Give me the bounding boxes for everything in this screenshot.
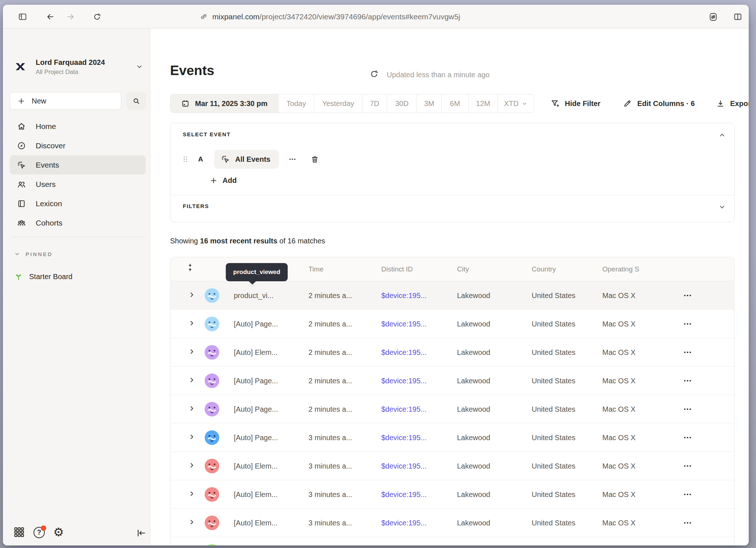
preset-yesterday[interactable]: Yesterday bbox=[314, 94, 362, 113]
pinned-section-header[interactable]: PINNED bbox=[14, 251, 53, 257]
expand-row-chevron-icon[interactable] bbox=[188, 291, 196, 299]
column-header-city[interactable]: City bbox=[457, 257, 469, 281]
more-options-icon[interactable] bbox=[288, 155, 296, 163]
table-row[interactable]: [Auto] Page... 3 minutes a... $device:19… bbox=[170, 423, 734, 452]
preset-7d[interactable]: 7D bbox=[362, 94, 387, 113]
expand-row-chevron-icon[interactable] bbox=[188, 461, 196, 469]
chevron-up-icon[interactable] bbox=[718, 131, 726, 139]
refresh-icon[interactable] bbox=[369, 69, 379, 79]
edit-columns-button[interactable]: Edit Columns · 6 bbox=[623, 94, 695, 113]
table-row[interactable]: [Auto] Page... 2 minutes a... $device:19… bbox=[170, 395, 734, 423]
cell-distinct-id-link[interactable]: $device:195... bbox=[381, 395, 427, 423]
expand-row-chevron-icon[interactable] bbox=[188, 490, 196, 498]
tooltip-text: product_viewed bbox=[233, 269, 280, 276]
cell-operating-system: Mac OS X bbox=[602, 452, 635, 480]
browser-url-bar[interactable]: mixpanel.com/project/3472420/view/397469… bbox=[200, 5, 460, 28]
collapse-sidebar-icon[interactable] bbox=[136, 528, 146, 538]
column-header-operating-system[interactable]: Operating S bbox=[602, 257, 639, 281]
drag-handle-icon[interactable] bbox=[183, 155, 188, 164]
date-range-picker[interactable]: Mar 11, 2025 3:30 pm bbox=[170, 94, 278, 113]
cell-distinct-id-link[interactable]: $device:195... bbox=[381, 367, 427, 395]
table-row[interactable]: product_vi... 2 minutes a... $device:195… bbox=[170, 281, 734, 310]
chevron-down-icon bbox=[14, 251, 20, 257]
table-row[interactable]: [Auto] Page... 2 minutes a... $device:19… bbox=[170, 367, 734, 395]
preset-6m[interactable]: 6M bbox=[441, 94, 468, 113]
sidebar-item-users[interactable]: Users bbox=[10, 175, 146, 194]
browser-forward-icon[interactable] bbox=[64, 10, 77, 23]
cell-distinct-id-link[interactable]: $device:195... bbox=[381, 423, 427, 452]
browser-page-settings-icon[interactable] bbox=[706, 10, 720, 23]
sidebar-item-cohorts[interactable]: Cohorts bbox=[10, 213, 146, 232]
column-header-time[interactable]: Time bbox=[308, 257, 324, 281]
events-table: Time Distinct ID City Country Operating … bbox=[170, 257, 735, 545]
sidebar-item-events[interactable]: Events bbox=[10, 155, 146, 175]
row-actions-icon[interactable] bbox=[683, 509, 692, 537]
cell-distinct-id-link[interactable]: $device:195... bbox=[381, 537, 427, 545]
apps-grid-icon[interactable] bbox=[13, 526, 25, 538]
pinned-section-label: PINNED bbox=[25, 251, 53, 257]
row-actions-icon[interactable] bbox=[683, 537, 692, 545]
row-actions-icon[interactable] bbox=[683, 423, 692, 452]
expand-row-chevron-icon[interactable] bbox=[188, 404, 196, 412]
cell-distinct-id-link[interactable]: $device:195... bbox=[381, 281, 427, 310]
preset-3m[interactable]: 3M bbox=[417, 94, 441, 113]
table-row[interactable]: [Auto] Elem... 3 minutes a... $device:19… bbox=[170, 480, 734, 509]
table-body: product_vi... 2 minutes a... $device:195… bbox=[170, 281, 734, 545]
table-row[interactable]: [Auto] Elem... 4 minutes a... $device:19… bbox=[170, 537, 734, 545]
preset-12m[interactable]: 12M bbox=[468, 94, 497, 113]
browser-reload-icon[interactable] bbox=[90, 10, 103, 23]
sidebar-item-discover[interactable]: Discover bbox=[10, 136, 146, 155]
expand-row-chevron-icon[interactable] bbox=[188, 518, 196, 526]
filter-funnel-icon bbox=[550, 99, 560, 108]
cell-operating-system: Mac OS X bbox=[602, 367, 635, 395]
avatar bbox=[205, 544, 219, 545]
sidebar-item-starter-board[interactable]: Starter Board bbox=[14, 272, 72, 281]
row-actions-icon[interactable] bbox=[683, 452, 692, 480]
cell-distinct-id-link[interactable]: $device:195... bbox=[381, 480, 427, 509]
row-actions-icon[interactable] bbox=[683, 480, 692, 509]
table-row[interactable]: [Auto] Elem... 2 minutes a... $device:19… bbox=[170, 338, 734, 367]
preset-today[interactable]: Today bbox=[278, 94, 314, 113]
row-actions-icon[interactable] bbox=[683, 338, 692, 367]
row-actions-icon[interactable] bbox=[683, 367, 692, 395]
row-actions-icon[interactable] bbox=[683, 281, 692, 310]
collapse-rows-icon[interactable] bbox=[186, 263, 194, 272]
expand-row-chevron-icon[interactable] bbox=[188, 348, 196, 356]
cell-event-name: [Auto] Page... bbox=[234, 367, 278, 395]
expand-row-chevron-icon[interactable] bbox=[188, 376, 196, 384]
column-header-country[interactable]: Country bbox=[532, 257, 556, 281]
avatar bbox=[205, 430, 219, 445]
browser-split-view-icon[interactable] bbox=[731, 10, 744, 23]
new-button[interactable]: New bbox=[10, 92, 121, 110]
url-text: mixpanel.com/project/3472420/view/397469… bbox=[212, 12, 460, 21]
sidebar-item-lexicon[interactable]: Lexicon bbox=[10, 194, 146, 213]
main-content: Events Updated less than a minute ago Ma… bbox=[151, 28, 749, 545]
sidebar-item-home[interactable]: Home bbox=[10, 117, 146, 136]
table-row[interactable]: [Auto] Page... 2 minutes a... $device:19… bbox=[170, 310, 734, 338]
column-header-distinct-id[interactable]: Distinct ID bbox=[381, 257, 413, 281]
chevron-down-icon[interactable] bbox=[718, 203, 726, 211]
table-row[interactable]: [Auto] Elem... 3 minutes a... $device:19… bbox=[170, 452, 734, 480]
trash-icon[interactable] bbox=[310, 155, 319, 164]
browser-back-icon[interactable] bbox=[44, 10, 57, 23]
add-event-button[interactable]: Add bbox=[210, 176, 237, 185]
search-button[interactable] bbox=[126, 92, 146, 110]
expand-row-chevron-icon[interactable] bbox=[188, 319, 196, 327]
cell-distinct-id-link[interactable]: $device:195... bbox=[381, 310, 427, 338]
help-icon[interactable]: ? bbox=[34, 527, 45, 538]
event-selector-pill[interactable]: All Events bbox=[214, 150, 279, 169]
browser-sidebar-toggle-icon[interactable] bbox=[16, 10, 29, 23]
row-actions-icon[interactable] bbox=[683, 395, 692, 423]
cell-distinct-id-link[interactable]: $device:195... bbox=[381, 452, 427, 480]
workspace-switcher[interactable]: Lord Farquaad 2024 All Project Data bbox=[13, 57, 144, 79]
export-button[interactable]: Export bbox=[716, 94, 749, 113]
cell-distinct-id-link[interactable]: $device:195... bbox=[381, 509, 427, 537]
preset-xtd-dropdown[interactable]: XTD bbox=[497, 94, 534, 113]
cell-distinct-id-link[interactable]: $device:195... bbox=[381, 338, 427, 367]
table-row[interactable]: [Auto] Elem... 3 minutes a... $device:19… bbox=[170, 509, 734, 537]
hide-filter-button[interactable]: Hide Filter bbox=[550, 94, 601, 113]
preset-30d[interactable]: 30D bbox=[387, 94, 417, 113]
settings-gear-icon[interactable]: ⚙ bbox=[53, 526, 64, 538]
expand-row-chevron-icon[interactable] bbox=[188, 433, 196, 441]
row-actions-icon[interactable] bbox=[683, 310, 692, 338]
